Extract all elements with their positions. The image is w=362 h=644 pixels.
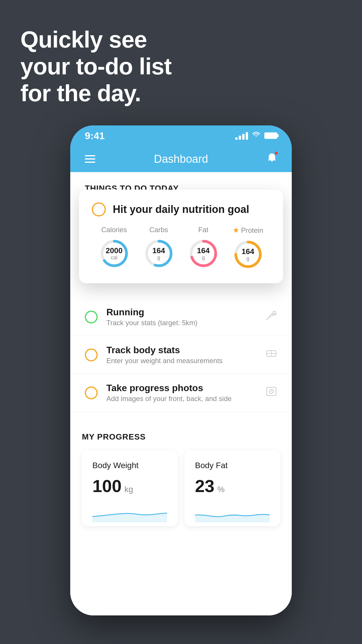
running-subtitle: Track your stats (target: 5km) <box>106 319 257 327</box>
calories-donut: 2000 cal <box>98 237 130 270</box>
progress-cards: Body Weight 100 kg Body Fat <box>82 450 280 526</box>
nav-bar: Dashboard <box>70 146 292 172</box>
body-fat-card: Body Fat 23 % <box>184 450 280 526</box>
photos-subtitle: Add images of your front, back, and side <box>106 395 257 403</box>
hero-headline: Quickly see your to-do list for the day. <box>20 26 171 107</box>
nutrition-card-title: Hit your daily nutrition goal <box>113 203 249 216</box>
nutrition-fat: Fat 164 g <box>187 226 219 270</box>
body-fat-value-row: 23 % <box>195 476 270 496</box>
nutrition-carbs: Carbs 164 g <box>143 226 175 270</box>
carbs-unit: g <box>152 255 165 260</box>
calories-value: 2000 <box>106 246 123 255</box>
todo-item-photos[interactable]: Take progress photos Add images of your … <box>70 374 292 412</box>
body-stats-checkbox[interactable] <box>85 349 98 361</box>
body-stats-icon <box>266 348 277 361</box>
todo-item-running[interactable]: Running Track your stats (target: 5km) <box>70 298 292 336</box>
hero-line3: for the day. <box>20 80 141 106</box>
protein-value: 164 <box>242 247 254 256</box>
hero-line1: Quickly see <box>20 27 147 52</box>
body-fat-title: Body Fat <box>195 461 270 470</box>
status-bar: 9:41 <box>70 125 292 146</box>
photos-checkbox[interactable] <box>85 386 98 399</box>
hero-line2: your to-do list <box>20 53 171 79</box>
running-icon <box>266 310 277 323</box>
fat-value: 164 <box>197 246 210 255</box>
body-fat-unit: % <box>217 485 225 494</box>
body-weight-title: Body Weight <box>92 461 167 470</box>
calories-label: Calories <box>101 226 127 234</box>
wifi-icon <box>252 131 261 140</box>
running-title: Running <box>106 307 257 318</box>
nav-title: Dashboard <box>154 153 208 165</box>
battery-icon <box>264 132 277 139</box>
carbs-value: 164 <box>152 246 165 255</box>
nutrition-checkbox[interactable] <box>92 202 106 216</box>
body-weight-sparkline <box>92 505 167 522</box>
body-fat-value: 23 <box>195 476 215 496</box>
todo-list: Running Track your stats (target: 5km) <box>70 298 292 412</box>
protein-donut: 164 g <box>232 238 264 270</box>
running-checkbox[interactable] <box>85 311 98 323</box>
fat-donut: 164 g <box>187 237 219 270</box>
fat-unit: g <box>197 255 210 260</box>
notification-button[interactable] <box>267 152 277 166</box>
body-fat-sparkline <box>195 505 270 522</box>
body-stats-title: Track body stats <box>106 345 257 356</box>
status-icons <box>235 131 277 140</box>
todo-item-body-stats[interactable]: Track body stats Enter your weight and m… <box>70 336 292 374</box>
status-time: 9:41 <box>85 130 105 141</box>
nutrition-row: Calories 2000 cal <box>92 226 270 270</box>
body-stats-subtitle: Enter your weight and measurements <box>106 357 257 365</box>
nutrition-protein: ★ Protein 164 g <box>232 226 264 270</box>
calories-unit: cal <box>106 255 123 260</box>
fat-label: Fat <box>198 226 208 234</box>
carbs-label: Carbs <box>149 226 168 234</box>
progress-header: MY PROGRESS <box>82 432 280 442</box>
phone-mockup: 9:41 Dashbo <box>70 125 292 615</box>
photos-icon <box>266 386 277 400</box>
progress-section: MY PROGRESS Body Weight 100 kg <box>70 418 292 535</box>
main-content: THINGS TO DO TODAY Hit your daily nutrit… <box>70 172 292 615</box>
menu-button[interactable] <box>85 155 95 163</box>
body-weight-card: Body Weight 100 kg <box>82 450 178 526</box>
star-icon: ★ <box>233 226 239 235</box>
photos-title: Take progress photos <box>106 383 257 393</box>
body-weight-unit: kg <box>124 485 133 494</box>
svg-point-14 <box>271 391 272 392</box>
phone-screen: 9:41 Dashbo <box>70 125 292 615</box>
nutrition-calories: Calories 2000 cal <box>98 226 130 270</box>
notification-dot <box>274 151 278 155</box>
nutrition-card: Hit your daily nutrition goal Calories <box>79 190 283 283</box>
protein-unit: g <box>242 256 254 261</box>
carbs-donut: 164 g <box>143 237 175 270</box>
protein-label: ★ Protein <box>233 226 263 235</box>
body-weight-value: 100 <box>92 476 122 496</box>
body-weight-value-row: 100 kg <box>92 476 167 496</box>
signal-icon <box>235 132 248 140</box>
